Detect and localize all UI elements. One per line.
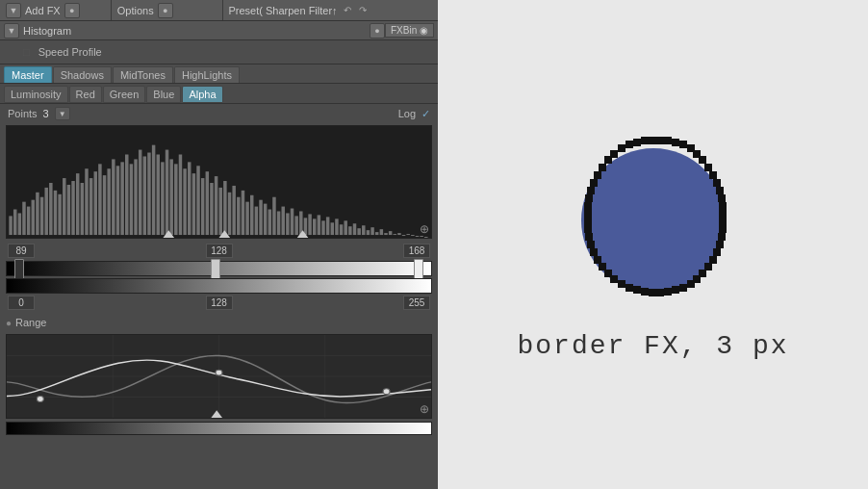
svg-rect-12 — [58, 194, 61, 235]
svg-rect-89 — [402, 235, 405, 236]
output-high[interactable]: 255 — [403, 296, 430, 310]
svg-rect-163 — [594, 171, 601, 179]
svg-rect-113 — [633, 139, 641, 146]
input-gradient-slider[interactable] — [6, 261, 432, 276]
svg-rect-79 — [357, 228, 360, 235]
redo-button[interactable]: ↷ — [357, 5, 369, 16]
svg-rect-15 — [71, 181, 74, 235]
svg-rect-46 — [210, 183, 213, 235]
range-collapse-btn[interactable]: ● — [6, 318, 12, 328]
svg-rect-36 — [166, 150, 168, 235]
add-fx-collapse[interactable]: ▼ — [6, 3, 21, 18]
fxbin-row: ▼ Histogram ● FXBin ◉ — [0, 21, 438, 40]
tab-midtones[interactable]: MidTones — [113, 66, 173, 83]
left-panel: ▼ Add FX ● Options ● Preset( Sharpen Fil… — [0, 0, 438, 489]
svg-rect-93 — [420, 236, 422, 237]
log-label: Log — [398, 108, 416, 119]
tab-blue[interactable]: Blue — [146, 86, 181, 103]
slider-thumb-mid[interactable] — [211, 259, 220, 280]
tab-alpha[interactable]: Alpha — [182, 86, 222, 103]
svg-rect-32 — [147, 153, 150, 236]
range-section: ● Range — [0, 313, 438, 332]
svg-rect-140 — [679, 284, 687, 292]
svg-rect-69 — [313, 219, 316, 235]
range-label: Range — [15, 317, 46, 328]
svg-rect-132 — [718, 233, 726, 241]
svg-rect-53 — [242, 191, 244, 235]
svg-rect-30 — [139, 150, 141, 235]
svg-rect-134 — [713, 248, 721, 256]
magnify-icon[interactable]: ⊕ — [420, 222, 429, 236]
svg-rect-85 — [384, 233, 387, 235]
svg-rect-54 — [245, 202, 248, 235]
svg-rect-128 — [719, 202, 727, 210]
svg-rect-41 — [188, 162, 191, 235]
svg-rect-38 — [174, 164, 177, 235]
svg-rect-62 — [281, 207, 284, 235]
options-menu[interactable]: ● — [158, 3, 173, 18]
svg-rect-114 — [641, 137, 649, 144]
points-row: Points 3 ▼ Log ✓ — [0, 104, 438, 123]
svg-rect-115 — [649, 137, 656, 144]
output-values-row: 0 128 255 — [6, 295, 432, 311]
svg-rect-145 — [641, 288, 649, 296]
points-dropdown[interactable]: ▼ — [55, 107, 70, 120]
svg-rect-18 — [85, 168, 88, 235]
svg-rect-73 — [331, 222, 334, 235]
top-bar: ▼ Add FX ● Options ● Preset( Sharpen Fil… — [0, 0, 438, 21]
svg-rect-129 — [719, 210, 727, 218]
histogram-menu-btn[interactable]: ● — [370, 23, 385, 39]
svg-rect-7 — [36, 193, 38, 235]
svg-rect-11 — [54, 191, 57, 235]
tab-master[interactable]: Master — [4, 66, 52, 83]
slider-low[interactable]: 89 — [8, 244, 35, 258]
svg-rect-135 — [709, 256, 717, 264]
svg-rect-23 — [107, 168, 110, 235]
output-mid[interactable]: 128 — [206, 296, 233, 310]
svg-rect-162 — [590, 179, 598, 187]
add-fx-menu[interactable]: ● — [64, 3, 80, 18]
svg-rect-157 — [584, 218, 592, 225]
svg-rect-44 — [201, 178, 204, 235]
svg-point-105 — [37, 397, 43, 402]
svg-rect-155 — [585, 233, 593, 241]
output-low[interactable]: 0 — [8, 296, 35, 310]
svg-rect-156 — [584, 225, 592, 233]
svg-rect-164 — [599, 164, 606, 171]
slider-high[interactable]: 168 — [403, 244, 430, 258]
svg-rect-43 — [196, 166, 199, 235]
svg-rect-136 — [704, 263, 712, 270]
right-panel: border FX, 3 px — [438, 0, 868, 489]
svg-point-106 — [216, 370, 222, 375]
fxbin-button[interactable]: FXBin ◉ — [385, 23, 434, 38]
tab-green[interactable]: Green — [103, 86, 146, 103]
slider-area: 89 128 168 0 128 255 — [0, 241, 438, 313]
svg-rect-141 — [672, 286, 679, 294]
svg-rect-10 — [49, 183, 52, 235]
undo-button[interactable]: ↶ — [342, 5, 353, 16]
tab-shadows[interactable]: Shadows — [53, 66, 112, 83]
curve-magnify-icon[interactable]: ⊕ — [420, 402, 429, 416]
svg-rect-153 — [590, 248, 598, 256]
svg-rect-72 — [326, 217, 329, 235]
svg-rect-112 — [625, 141, 633, 148]
panel-collapse-btn[interactable]: ▼ — [4, 23, 19, 39]
svg-rect-125 — [713, 179, 721, 187]
svg-rect-57 — [259, 200, 262, 235]
tab-luminosity[interactable]: Luminosity — [4, 86, 68, 103]
fxbin-label: FXBin — [391, 25, 417, 36]
output-gradient-slider[interactable] — [6, 278, 432, 294]
slider-thumb-low[interactable] — [14, 259, 24, 280]
preset-label: Preset( Sharpen Filter↑ — [229, 5, 338, 16]
tab-highlights[interactable]: HighLights — [174, 66, 240, 83]
svg-rect-52 — [237, 197, 240, 235]
svg-rect-90 — [406, 234, 409, 235]
slider-mid[interactable]: 128 — [206, 244, 233, 258]
svg-rect-87 — [394, 234, 396, 235]
svg-rect-147 — [625, 284, 633, 292]
slider-thumb-high[interactable] — [414, 259, 423, 280]
svg-rect-42 — [192, 173, 195, 235]
tab-red[interactable]: Red — [69, 86, 102, 103]
svg-rect-19 — [89, 178, 92, 235]
svg-rect-122 — [699, 156, 706, 164]
